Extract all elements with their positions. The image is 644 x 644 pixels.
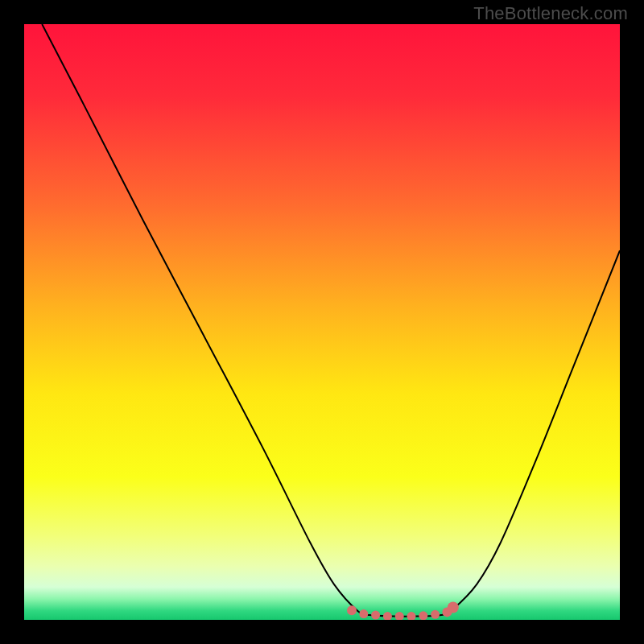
chart-frame: TheBottleneck.com: [0, 0, 644, 644]
marker-dot: [419, 611, 427, 620]
marker-dot: [371, 611, 380, 620]
marker-dot: [448, 601, 459, 613]
plot-area: [24, 24, 620, 620]
watermark-text: TheBottleneck.com: [473, 3, 628, 24]
chart-svg: [24, 24, 620, 620]
chart-background: [24, 24, 620, 620]
marker-dot: [359, 609, 368, 618]
marker-dot: [347, 605, 357, 615]
marker-dot: [431, 610, 440, 619]
